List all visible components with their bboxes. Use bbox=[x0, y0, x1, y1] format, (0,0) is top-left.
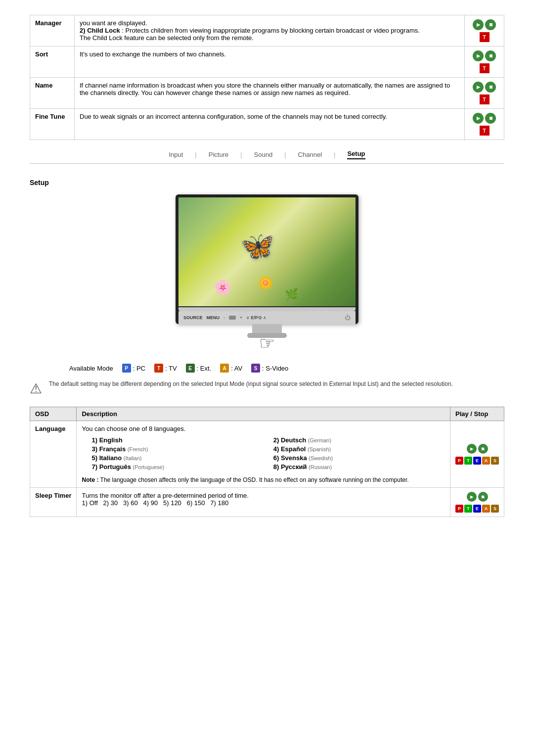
setup-note-text: The default setting may be different dep… bbox=[49, 380, 453, 387]
manager-icon-cell: ▶ ⏹ T bbox=[465, 15, 504, 47]
note-warning-icon: ⚠ bbox=[30, 380, 42, 397]
menu-label: MENU bbox=[207, 315, 220, 320]
sort-label: Sort bbox=[30, 47, 75, 78]
name-stop-icon: ⏹ bbox=[485, 82, 496, 93]
nav-sep-1: | bbox=[195, 151, 196, 158]
ps-a-letter: A bbox=[482, 457, 490, 465]
play-icon: ▶ bbox=[473, 19, 484, 30]
table-row-name: Name If channel name information is broa… bbox=[30, 78, 504, 109]
table-row-fine-tune: Fine Tune Due to weak signals or an inco… bbox=[30, 109, 504, 140]
nav-sep-3: | bbox=[284, 151, 286, 158]
setup-title: Setup bbox=[30, 179, 504, 187]
sleep-timer-text: Turns the monitor off after a pre-determ… bbox=[82, 492, 248, 499]
sleep-ps-icons: ▶ ⏹ P T E A S bbox=[455, 492, 499, 513]
ps-letters-row: P T E A S bbox=[455, 457, 499, 465]
osd-row-sleep-timer: Sleep Timer Turns the monitor off after … bbox=[30, 488, 504, 517]
sleep-timer-icon-cell: ▶ ⏹ P T E A S bbox=[450, 488, 504, 517]
stop-icon: ⏹ bbox=[485, 19, 496, 30]
nav-item-picture[interactable]: Picture bbox=[209, 151, 228, 158]
ps-play-circle: ▶ bbox=[467, 444, 477, 454]
name-play-icon: ▶ bbox=[473, 82, 484, 93]
manager-desc: you want are displayed. 2) Child Lock : … bbox=[75, 15, 465, 47]
pc-label: : PC bbox=[133, 365, 145, 372]
sleep-timer-values: 1) Off 2) 30 3) 60 4) 90 5) 120 6) 150 7… bbox=[82, 499, 228, 507]
sort-play-icon: ▶ bbox=[473, 50, 484, 61]
lang-deutsch: 2) Deutsch (German) bbox=[273, 436, 445, 444]
name-desc: If channel name information is broadcast… bbox=[75, 78, 465, 109]
sleep-ps-letters: P T E A S bbox=[455, 505, 499, 513]
name-icon-cell: ▶ ⏹ T bbox=[465, 78, 504, 109]
power-icon: ⏻ bbox=[345, 314, 351, 321]
osd-header-ps: Play / Stop bbox=[450, 407, 504, 421]
ps-circles-row: ▶ ⏹ bbox=[467, 444, 488, 454]
ch-icon-row: ▶ ⏹ bbox=[473, 19, 496, 30]
available-mode-row: Available Mode P : PC T : TV E : Ext. A … bbox=[69, 364, 504, 373]
lang-italiano: 5) Italiano (Italian) bbox=[91, 454, 263, 462]
nav-item-setup[interactable]: Setup bbox=[347, 150, 365, 159]
nav-sep-4: | bbox=[334, 151, 335, 158]
channel-icons: ▶ ⏹ T bbox=[470, 19, 499, 42]
tv-icon: T bbox=[154, 364, 163, 373]
osd-row-language: Language You can choose one of 8 languag… bbox=[30, 421, 504, 488]
tv-bottom-bar bbox=[178, 307, 356, 311]
name-label: Name bbox=[30, 78, 75, 109]
manager-label: Manager bbox=[30, 15, 75, 47]
language-intro: You can choose one of 8 languages. bbox=[82, 425, 445, 432]
setup-note-row: ⚠ The default setting may be different d… bbox=[30, 380, 504, 397]
tv-stand bbox=[252, 324, 282, 338]
epo-label: E/P⊙ bbox=[251, 315, 262, 320]
lang-espanol: 4) Español (Spanish) bbox=[273, 445, 445, 453]
ext-icon: E bbox=[186, 364, 195, 373]
source-label: SOURCE bbox=[183, 315, 203, 320]
sleep-ps-stop: ⏹ bbox=[478, 492, 488, 502]
channel-manager-table: Manager you want are displayed. 2) Child… bbox=[30, 15, 504, 140]
plus-label: + bbox=[240, 315, 242, 320]
osd-header-osd: OSD bbox=[30, 407, 77, 421]
ps-stop-circle: ⏹ bbox=[478, 444, 488, 454]
tv-screen: 🦋 🌸 🌼 🌿 bbox=[178, 197, 356, 306]
nav-sep-2: | bbox=[240, 151, 242, 158]
table-row-sort: Sort It's used to exchange the numbers o… bbox=[30, 47, 504, 78]
language-icon-cell: ▶ ⏹ P T E A S bbox=[450, 421, 504, 488]
nav-item-sound[interactable]: Sound bbox=[254, 151, 273, 158]
sleep-timer-label: Sleep Timer bbox=[30, 488, 77, 517]
name-icon-row: ▶ ⏹ bbox=[473, 82, 496, 93]
name-t-icon: T bbox=[480, 94, 490, 104]
mode-ext: E : Ext. bbox=[186, 364, 212, 373]
sleep-t-letter: T bbox=[464, 505, 472, 513]
nav-item-input[interactable]: Input bbox=[169, 151, 183, 158]
butterfly-image: 🦋 bbox=[240, 230, 274, 262]
av-icon: A bbox=[220, 364, 229, 373]
v-down: ∨ bbox=[246, 315, 250, 320]
flower-2: 🌼 bbox=[258, 276, 273, 290]
fine-tune-icons: ▶ ⏹ T bbox=[470, 113, 499, 136]
mode-av: A : AV bbox=[220, 364, 242, 373]
sort-icons: ▶ ⏹ T bbox=[470, 50, 499, 73]
tv-controls-bar: SOURCE MENU - + ∨ E/P⊙ ∧ ⏻ bbox=[178, 311, 356, 324]
lang-svenska: 6) Svenska (Swedish) bbox=[273, 454, 445, 462]
sort-t-icon: T bbox=[480, 63, 490, 73]
fine-tune-stop-icon: ⏹ bbox=[485, 113, 496, 124]
sort-desc: It's used to exchange the numbers of two… bbox=[75, 47, 465, 78]
sv-label: : S-Video bbox=[262, 365, 288, 372]
ps-p-letter: P bbox=[455, 457, 463, 465]
mode-sv: S : S-Video bbox=[251, 364, 288, 373]
table-row-manager: Manager you want are displayed. 2) Child… bbox=[30, 15, 504, 47]
note-body: The language chosen affects only the lan… bbox=[100, 476, 409, 483]
nav-item-channel[interactable]: Channel bbox=[298, 151, 322, 158]
sleep-a-letter: A bbox=[482, 505, 490, 513]
sort-icon-cell: ▶ ⏹ T bbox=[465, 47, 504, 78]
osd-header-desc: Description bbox=[77, 407, 450, 421]
lang-portugues: 7) Português (Portuguese) bbox=[91, 463, 263, 471]
nav-bar: Input | Picture | Sound | Channel | Setu… bbox=[30, 150, 504, 159]
fine-tune-play-icon: ▶ bbox=[473, 113, 484, 124]
flower-1: 🌸 bbox=[214, 279, 231, 295]
language-grid: 1) English 2) Deutsch (German) 3) França… bbox=[91, 436, 445, 471]
sleep-s-letter: S bbox=[491, 505, 499, 513]
available-mode-label: Available Mode bbox=[69, 365, 113, 372]
fine-tune-icon-row: ▶ ⏹ bbox=[473, 113, 496, 124]
t-icon: T bbox=[480, 32, 490, 42]
sleep-ps-circles: ▶ ⏹ bbox=[467, 492, 488, 502]
v-up: ∧ bbox=[263, 315, 267, 320]
fine-tune-icon-cell: ▶ ⏹ T bbox=[465, 109, 504, 140]
